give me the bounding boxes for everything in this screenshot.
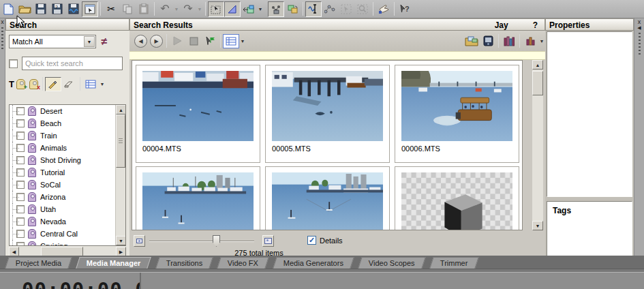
- selection-edit-tool-button[interactable]: [208, 1, 224, 17]
- tag-view-dropdown[interactable]: ▼: [99, 82, 106, 87]
- tag-tree-item[interactable]: Cruising: [10, 240, 125, 246]
- tag-checkbox[interactable]: [16, 156, 25, 164]
- tag-checkbox[interactable]: [16, 144, 25, 152]
- small-thumbnails-button[interactable]: [134, 235, 145, 247]
- views-dropdown[interactable]: ▼: [239, 39, 246, 44]
- media-item-card[interactable]: [265, 166, 390, 230]
- device-explorer-button[interactable]: [480, 33, 496, 49]
- tab-transitions[interactable]: Transitions: [155, 257, 213, 269]
- normal-edit-tool-button[interactable]: [241, 1, 257, 17]
- play-button[interactable]: [169, 33, 185, 49]
- chevron-down-icon[interactable]: ▼: [84, 36, 95, 47]
- tag-tree-item[interactable]: Arizona: [10, 191, 125, 203]
- tag-checkbox[interactable]: [16, 181, 25, 189]
- tag-checkbox[interactable]: [16, 217, 25, 226]
- tree-vertical-scrollbar[interactable]: ▲ ▼: [115, 105, 125, 245]
- cut-button[interactable]: ✂: [103, 1, 119, 17]
- scroll-up-button[interactable]: ▲: [116, 105, 126, 115]
- media-item-card[interactable]: 00005.MTS: [265, 65, 390, 163]
- stop-button[interactable]: [185, 33, 202, 49]
- redo-dropdown[interactable]: ▼: [196, 7, 203, 12]
- thumbnail-size-slider-track[interactable]: [149, 241, 254, 242]
- back-button[interactable]: ◀: [134, 35, 147, 48]
- right-dock-collapse-button[interactable]: ◀: [634, 25, 644, 31]
- right-dock-close-button[interactable]: x: [634, 18, 644, 25]
- envelope-points-button[interactable]: [322, 1, 338, 17]
- scroll-thumb[interactable]: [532, 71, 543, 95]
- tag-tree-item[interactable]: Nevada: [10, 215, 125, 228]
- scroll-down-button[interactable]: ▼: [532, 221, 543, 230]
- enable-snapping-button[interactable]: [305, 1, 322, 17]
- tab-video-fx[interactable]: Video FX: [217, 257, 269, 269]
- scroll-down-button[interactable]: ▼: [116, 236, 126, 245]
- left-dock-grip[interactable]: [1, 27, 3, 50]
- media-item-card[interactable]: [395, 166, 519, 230]
- tag-tree-item[interactable]: Utah: [10, 203, 125, 215]
- undo-button[interactable]: ↶: [157, 1, 173, 17]
- details-checkbox[interactable]: ✓: [307, 236, 316, 245]
- tab-trimmer[interactable]: Trimmer: [429, 257, 478, 269]
- tag-checkbox[interactable]: [16, 242, 25, 246]
- tag-checkbox[interactable]: [16, 107, 25, 115]
- tag-tree-item[interactable]: Desert: [10, 105, 125, 117]
- whats-this-help-button[interactable]: ?: [397, 1, 413, 17]
- render-as-button[interactable]: [65, 1, 82, 17]
- redo-button[interactable]: ↷: [180, 1, 196, 17]
- tag-checkbox[interactable]: [16, 168, 25, 177]
- match-dropdown[interactable]: Match All ▼: [9, 35, 96, 48]
- scroll-up-button[interactable]: ▲: [532, 60, 543, 70]
- properties-button[interactable]: [82, 1, 98, 17]
- scroll-thumb[interactable]: [116, 115, 125, 168]
- left-dock-close-button[interactable]: x: [0, 18, 5, 25]
- library-views-button[interactable]: [522, 33, 538, 49]
- tag-tree-item[interactable]: Train: [10, 130, 125, 142]
- zoom-tool-button[interactable]: [354, 1, 371, 17]
- tag-checkbox[interactable]: [16, 132, 25, 140]
- tag-checkbox[interactable]: [16, 205, 25, 213]
- tab-project-media[interactable]: Project Media: [5, 257, 72, 269]
- save-project-button[interactable]: [33, 1, 49, 17]
- import-media-button[interactable]: [463, 33, 480, 49]
- tab-media-generators[interactable]: Media Generators: [273, 257, 354, 269]
- interactive-tutorials-button[interactable]: [375, 1, 392, 17]
- tag-tree-item[interactable]: Central Cal: [10, 228, 125, 240]
- paste-button[interactable]: [136, 1, 152, 17]
- tag-tree-item[interactable]: SoCal: [10, 179, 125, 191]
- tag-checkbox[interactable]: [16, 119, 25, 127]
- thumbnail-size-slider-thumb[interactable]: [213, 235, 220, 247]
- media-item-card[interactable]: 00006.MTS: [395, 65, 519, 163]
- tag-view-button[interactable]: [82, 77, 99, 91]
- media-item-card[interactable]: 00004.MTS: [136, 65, 260, 163]
- tag-tree-item[interactable]: Animals: [10, 142, 125, 154]
- tag-tree-item[interactable]: Shot Driving: [10, 154, 125, 166]
- views-button[interactable]: [223, 34, 239, 48]
- save-as-button[interactable]: ?: [49, 1, 65, 17]
- media-library-actions-button[interactable]: [501, 33, 517, 49]
- selection-tool-button[interactable]: [338, 1, 354, 17]
- tag-tree-item[interactable]: Tutorial: [10, 166, 125, 179]
- tab-media-manager[interactable]: Media Manager: [76, 257, 152, 269]
- right-dock-grip[interactable]: [639, 33, 641, 56]
- preview-cursor-button[interactable]: [202, 33, 218, 49]
- new-project-icon[interactable]: [0, 1, 16, 17]
- envelope-edit-tool-button[interactable]: [224, 1, 241, 17]
- tab-video-scopes[interactable]: Video Scopes: [358, 257, 425, 269]
- quick-search-input[interactable]: [22, 57, 123, 70]
- negate-search-button[interactable]: ≠: [96, 35, 112, 48]
- copy-button[interactable]: [119, 1, 136, 17]
- tag-tree-item[interactable]: Beach: [10, 117, 125, 130]
- tag-checkbox[interactable]: [16, 193, 25, 201]
- forward-button[interactable]: ▶: [150, 35, 163, 48]
- large-thumbnails-button[interactable]: [262, 235, 274, 247]
- tag-checkbox[interactable]: [16, 230, 25, 238]
- edit-tool-dropdown[interactable]: ▼: [257, 7, 264, 12]
- library-views-dropdown[interactable]: ▼: [538, 39, 545, 44]
- delete-tag-button[interactable]: x: [29, 79, 38, 89]
- quick-search-checkbox[interactable]: [9, 59, 18, 68]
- results-vertical-scrollbar[interactable]: ▲ ▼: [532, 60, 543, 230]
- automatic-crossfades-button[interactable]: [268, 1, 284, 17]
- auto-ripple-button[interactable]: [284, 1, 301, 17]
- add-tag-button[interactable]: +: [16, 79, 25, 89]
- erase-tag-button[interactable]: [61, 77, 78, 91]
- apply-tag-brush-button[interactable]: [45, 77, 61, 91]
